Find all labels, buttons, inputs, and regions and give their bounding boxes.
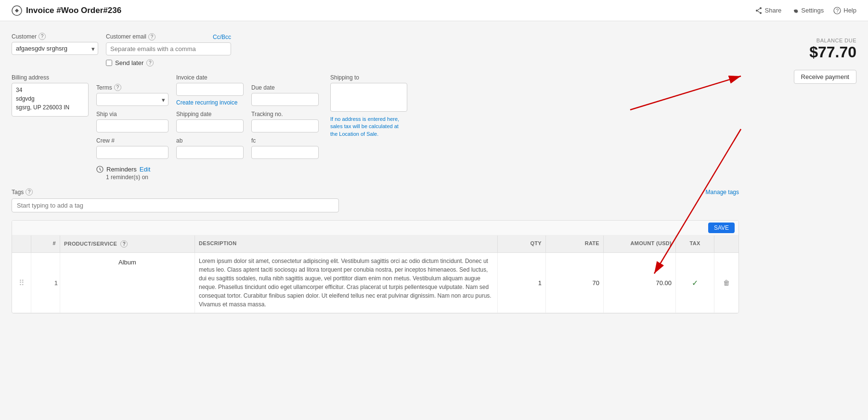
shipping-to-input[interactable] bbox=[330, 83, 407, 112]
custom-fields-row: Crew # ab fc bbox=[96, 137, 319, 159]
clock-icon bbox=[96, 166, 104, 173]
send-later-label[interactable]: Send later bbox=[115, 59, 143, 66]
ship-via-input[interactable] bbox=[96, 119, 168, 132]
send-later-checkbox[interactable] bbox=[106, 60, 112, 66]
page-title: Invoice #Woo Order#236 bbox=[26, 6, 121, 15]
main-content: Customer ? afgaesgdv srghsrg ▾ Customer … bbox=[0, 21, 868, 314]
ab-label: ab bbox=[176, 137, 244, 144]
help-icon: ? bbox=[833, 7, 841, 14]
share-button[interactable]: Share bbox=[755, 7, 782, 14]
cc-bcc-link[interactable]: Cc/Bcc bbox=[213, 34, 231, 40]
email-group: Customer email ? Cc/Bcc Send later ? bbox=[106, 33, 250, 66]
th-qty: QTY bbox=[498, 236, 546, 252]
product-help-icon[interactable]: ? bbox=[120, 240, 128, 248]
tags-help-icon[interactable]: ? bbox=[26, 188, 33, 196]
table-row: ⠿ 1 Album Lorem ipsum dolor sit amet, co… bbox=[12, 253, 738, 313]
terms-select[interactable] bbox=[96, 93, 168, 106]
tax-note: If no address is entered here, sales tax… bbox=[330, 116, 407, 138]
th-product: PRODUCT/SERVICE ? bbox=[60, 236, 195, 252]
due-date-input[interactable]: 05/26/2023 bbox=[251, 93, 319, 106]
th-description: DESCRIPTION bbox=[195, 236, 498, 252]
customer-label: Customer ? bbox=[12, 33, 98, 40]
drag-handle-cell[interactable]: ⠿ bbox=[12, 253, 31, 313]
svg-line-5 bbox=[758, 11, 760, 13]
terms-help-icon[interactable]: ? bbox=[114, 84, 121, 91]
th-rate: RATE bbox=[546, 236, 604, 252]
row-number-cell: 1 bbox=[31, 253, 60, 313]
trash-icon[interactable]: 🗑 bbox=[723, 279, 730, 287]
svg-point-3 bbox=[760, 12, 762, 14]
crew-input[interactable] bbox=[96, 146, 168, 159]
ab-group: ab bbox=[176, 137, 244, 159]
line-items-table: SAVE # PRODUCT/SERVICE ? DESCRIPTION QTY… bbox=[12, 220, 739, 314]
save-button[interactable]: SAVE bbox=[708, 223, 735, 233]
shipping-to-group: Shipping to If no address is entered her… bbox=[330, 74, 407, 138]
header-right: Share Settings ? Help bbox=[755, 7, 856, 14]
help-button[interactable]: ? Help bbox=[833, 7, 856, 14]
tags-section: Tags ? Manage tags bbox=[12, 188, 739, 212]
svg-point-1 bbox=[760, 7, 762, 9]
tags-input[interactable] bbox=[12, 198, 339, 212]
billing-address-group: Billing address 34 sdgvdg sgsrg, UP 2260… bbox=[12, 74, 89, 117]
amount-cell: 70.00 bbox=[604, 253, 676, 313]
settings-label: Settings bbox=[801, 7, 824, 14]
tax-cell[interactable]: ✓ bbox=[676, 253, 714, 313]
form-area: Customer ? afgaesgdv srghsrg ▾ Customer … bbox=[12, 33, 739, 314]
th-number: # bbox=[31, 236, 60, 252]
receive-payment-button[interactable]: Receive payment bbox=[794, 70, 856, 84]
settings-button[interactable]: Settings bbox=[791, 7, 824, 14]
tracking-no-label: Tracking no. bbox=[251, 111, 319, 118]
terms-select-wrapper: ▾ bbox=[96, 93, 168, 106]
customer-select[interactable]: afgaesgdv srghsrg bbox=[12, 42, 98, 55]
svg-point-2 bbox=[756, 10, 758, 12]
qty-cell[interactable]: 1 bbox=[498, 253, 546, 313]
shipping-date-group: Shipping date bbox=[176, 111, 244, 132]
product-cell[interactable]: Album bbox=[60, 253, 195, 313]
header-left: Invoice #Woo Order#236 bbox=[12, 5, 121, 16]
balance-due-amount: $77.70 bbox=[794, 43, 856, 61]
ship-row: Ship via Shipping date Tracking no. bbox=[96, 111, 319, 132]
th-drag bbox=[12, 236, 31, 252]
tags-label: Tags ? bbox=[12, 188, 33, 196]
reminders-row: Reminders Edit bbox=[96, 166, 319, 173]
email-help-icon[interactable]: ? bbox=[148, 33, 155, 40]
shipping-date-input[interactable] bbox=[176, 119, 244, 132]
terms-label: Terms ? bbox=[96, 84, 168, 91]
balance-due-label: BALANCE DUE bbox=[794, 38, 856, 43]
send-later-help-icon[interactable]: ? bbox=[146, 59, 154, 66]
fc-label: fc bbox=[251, 137, 319, 144]
terms-group: Terms ? ▾ bbox=[96, 84, 168, 106]
invoice-date-group: Invoice date 04/26/2023 Create recurring… bbox=[176, 74, 244, 106]
customer-help-icon[interactable]: ? bbox=[39, 33, 46, 40]
balance-due-section: BALANCE DUE $77.70 Receive payment bbox=[794, 38, 856, 84]
invoice-date-label: Invoice date bbox=[176, 74, 244, 81]
crew-group: Crew # bbox=[96, 137, 168, 159]
reminders-edit-link[interactable]: Edit bbox=[140, 166, 150, 173]
manage-tags-link[interactable]: Manage tags bbox=[706, 189, 739, 196]
table-header: # PRODUCT/SERVICE ? DESCRIPTION QTY RATE… bbox=[12, 236, 738, 253]
tracking-no-input[interactable] bbox=[251, 119, 319, 132]
create-recurring-link[interactable]: Create recurring invoice bbox=[176, 99, 244, 106]
tracking-no-group: Tracking no. bbox=[251, 111, 319, 132]
billing-address-text: 34 sdgvdg sgsrg, UP 226003 IN bbox=[12, 83, 89, 117]
email-input[interactable] bbox=[106, 42, 231, 55]
svg-text:?: ? bbox=[836, 8, 839, 13]
reminders-sub-text: 1 reminder(s) on bbox=[106, 174, 319, 181]
table-toolbar: SAVE bbox=[12, 221, 738, 236]
page-wrapper: Invoice #Woo Order#236 Share Settings bbox=[0, 0, 868, 420]
drag-handle-icon: ⠿ bbox=[16, 257, 27, 309]
th-actions bbox=[714, 236, 738, 252]
ab-input[interactable] bbox=[176, 146, 244, 159]
reminders-section: Reminders Edit 1 reminder(s) on bbox=[96, 164, 319, 181]
share-label: Share bbox=[765, 7, 782, 14]
delete-cell[interactable]: 🗑 bbox=[714, 253, 738, 313]
invoice-date-input[interactable]: 04/26/2023 bbox=[176, 83, 244, 96]
terms-row: Terms ? ▾ Invoice date bbox=[96, 74, 319, 106]
product-name: Album bbox=[118, 259, 136, 266]
fc-input[interactable] bbox=[251, 146, 319, 159]
description-text: Lorem ipsum dolor sit amet, consectetur … bbox=[199, 257, 493, 309]
customer-group: Customer ? afgaesgdv srghsrg ▾ bbox=[12, 33, 98, 55]
rate-cell[interactable]: 70 bbox=[546, 253, 604, 313]
app-logo-icon bbox=[12, 5, 22, 16]
description-cell[interactable]: Lorem ipsum dolor sit amet, consectetur … bbox=[195, 253, 498, 313]
